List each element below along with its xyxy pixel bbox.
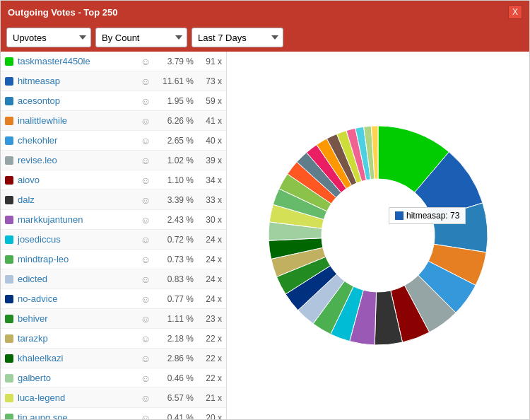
user-pct: 1.11 % — [155, 314, 194, 324]
user-name[interactable]: chekohler — [18, 135, 141, 146]
user-name[interactable]: tin.aung.soe — [18, 412, 141, 419]
user-name[interactable]: inalittlewhile — [18, 115, 141, 126]
user-pct: 3.39 % — [155, 195, 194, 205]
by-count-select[interactable]: By Count By Percentage — [95, 28, 187, 47]
list-item[interactable]: chekohler ☺ 2.65 % 40 x — [1, 131, 226, 151]
user-count: 22 x — [194, 354, 222, 363]
user-name[interactable]: mindtrap-leo — [18, 254, 141, 264]
user-icon: ☺ — [141, 373, 151, 384]
list-item[interactable]: taskmaster4450le ☺ 3.79 % 91 x — [1, 52, 226, 71]
user-pct: 0.73 % — [155, 255, 194, 264]
list-item[interactable]: galberto ☺ 0.46 % 22 x — [1, 368, 226, 388]
user-icon: ☺ — [141, 135, 151, 146]
user-name[interactable]: no-advice — [18, 293, 141, 304]
list-item[interactable]: acesontop ☺ 1.95 % 59 x — [1, 91, 226, 111]
user-pct: 0.72 % — [155, 235, 194, 245]
user-count: 39 x — [194, 156, 222, 165]
list-item[interactable]: aiovo ☺ 1.10 % 34 x — [1, 170, 226, 190]
user-icon: ☺ — [141, 175, 151, 186]
user-name[interactable]: luca-legend — [18, 392, 141, 403]
list-item[interactable]: dalz ☺ 3.39 % 33 x — [1, 190, 226, 210]
user-count: 73 x — [194, 76, 222, 86]
user-color-dot — [5, 295, 13, 303]
user-count: 22 x — [194, 373, 222, 383]
user-color-dot — [5, 136, 13, 145]
user-pct: 6.57 % — [155, 393, 194, 403]
user-color-dot — [5, 97, 13, 105]
vote-type-select[interactable]: Upvotes Downvotes — [6, 28, 91, 47]
list-item[interactable]: tin.aung.soe ☺ 0.41 % 20 x — [1, 408, 226, 419]
user-icon: ☺ — [141, 76, 151, 87]
list-item[interactable]: revise.leo ☺ 1.02 % 39 x — [1, 151, 226, 170]
user-count: 23 x — [194, 314, 222, 324]
user-name[interactable]: edicted — [18, 274, 141, 284]
toolbar: Upvotes Downvotes By Count By Percentage… — [1, 23, 529, 52]
user-count: 33 x — [194, 195, 222, 205]
user-name[interactable]: hitmeasap — [18, 76, 141, 86]
user-color-dot — [5, 235, 13, 244]
user-icon: ☺ — [141, 155, 151, 166]
user-icon: ☺ — [141, 254, 151, 265]
user-pct: 0.41 % — [155, 413, 194, 420]
user-pct: 2.18 % — [155, 334, 194, 344]
list-item[interactable]: inalittlewhile ☺ 6.26 % 41 x — [1, 111, 226, 131]
user-color-dot — [5, 334, 13, 343]
user-color-dot — [5, 196, 13, 204]
user-name[interactable]: galberto — [18, 373, 141, 383]
user-icon: ☺ — [141, 234, 151, 245]
chart-panel: hitmeasap: 73 — [227, 52, 529, 419]
list-item[interactable]: tarazkp ☺ 2.18 % 22 x — [1, 329, 226, 349]
user-name[interactable]: markkujantunen — [18, 214, 141, 225]
user-count: 24 x — [194, 235, 222, 245]
user-color-dot — [5, 216, 13, 224]
user-icon: ☺ — [141, 293, 151, 305]
user-name[interactable]: dalz — [18, 194, 141, 205]
user-pct: 1.02 % — [155, 156, 194, 165]
user-name[interactable]: taskmaster4450le — [18, 56, 141, 66]
title-bar: Outgoing Votes - Top 250 X — [1, 1, 529, 23]
list-item[interactable]: markkujantunen ☺ 2.43 % 30 x — [1, 210, 226, 230]
list-item[interactable]: josediccus ☺ 0.72 % 24 x — [1, 230, 226, 250]
user-count: 24 x — [194, 294, 222, 304]
user-color-dot — [5, 57, 13, 66]
user-name[interactable]: josediccus — [18, 234, 141, 245]
user-color-dot — [5, 156, 13, 165]
close-button[interactable]: X — [508, 5, 522, 19]
user-icon: ☺ — [141, 95, 151, 107]
user-name[interactable]: revise.leo — [18, 155, 141, 165]
user-pct: 6.26 % — [155, 116, 194, 126]
user-name[interactable]: tarazkp — [18, 333, 141, 344]
user-pct: 11.61 % — [155, 76, 194, 86]
user-pct: 1.10 % — [155, 175, 194, 185]
user-count: 41 x — [194, 116, 222, 126]
list-item[interactable]: edicted ☺ 0.83 % 24 x — [1, 269, 226, 289]
list-item[interactable]: behiver ☺ 1.11 % 23 x — [1, 309, 226, 329]
user-count: 20 x — [194, 413, 222, 420]
last-days-select[interactable]: Last 7 Days Last 30 Days Last 90 Days Al… — [192, 28, 283, 47]
list-item[interactable]: mindtrap-leo ☺ 0.73 % 24 x — [1, 250, 226, 269]
user-list: taskmaster4450le ☺ 3.79 % 91 x hitmeasap… — [1, 52, 227, 419]
user-pct: 0.46 % — [155, 373, 194, 383]
user-color-dot — [5, 354, 13, 363]
user-name[interactable]: khaleelkazi — [18, 353, 141, 363]
user-name[interactable]: behiver — [18, 313, 141, 324]
user-color-dot — [5, 176, 13, 185]
list-item[interactable]: luca-legend ☺ 6.57 % 21 x — [1, 388, 226, 408]
user-color-dot — [5, 275, 13, 284]
user-name[interactable]: aiovo — [18, 175, 141, 185]
user-name[interactable]: acesontop — [18, 95, 141, 106]
user-color-dot — [5, 414, 13, 420]
user-pct: 3.79 % — [155, 57, 194, 66]
user-pct: 0.77 % — [155, 294, 194, 304]
user-color-dot — [5, 77, 13, 86]
list-item[interactable]: hitmeasap ☺ 11.61 % 73 x — [1, 71, 226, 91]
user-pct: 2.65 % — [155, 136, 194, 146]
list-item[interactable]: no-advice ☺ 0.77 % 24 x — [1, 289, 226, 309]
user-icon: ☺ — [141, 353, 151, 364]
list-item[interactable]: khaleelkazi ☺ 2.86 % 22 x — [1, 349, 226, 368]
user-color-dot — [5, 255, 13, 264]
content-area: taskmaster4450le ☺ 3.79 % 91 x hitmeasap… — [1, 52, 529, 419]
user-color-dot — [5, 117, 13, 125]
window-title: Outgoing Votes - Top 250 — [8, 7, 118, 18]
user-count: 34 x — [194, 175, 222, 185]
